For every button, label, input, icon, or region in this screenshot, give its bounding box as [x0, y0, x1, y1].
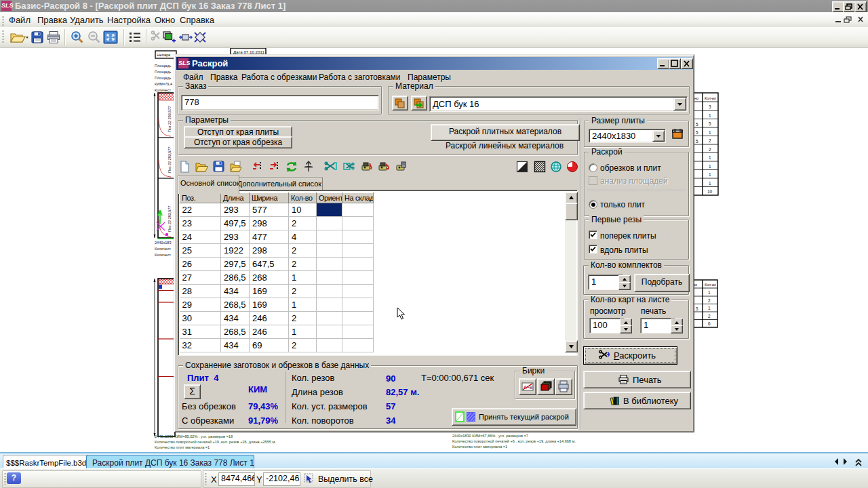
svg-text:5: 5	[696, 122, 698, 127]
svg-text:Количест: Количест	[155, 247, 171, 251]
svg-text:1: 1	[708, 290, 711, 295]
svg-text:1: 1	[709, 113, 711, 118]
svg-text:А+В: А+В	[524, 385, 533, 390]
svg-text:6: 6	[708, 321, 711, 326]
svg-text:2440x183: 2440x183	[155, 241, 172, 245]
svg-text:1: 1	[709, 172, 711, 177]
svg-text:2440х1830 КИМ=67,66% . угл.: 2440х1830 КИМ=67,66% . угл. размеров =7	[452, 434, 528, 438]
svg-text:КИМ=79,4: КИМ=79,4	[155, 82, 172, 86]
svg-text:1: 1	[708, 306, 711, 310]
svg-text:2: 2	[709, 147, 711, 152]
svg-text:но: но	[694, 96, 698, 100]
svg-text:1: 1	[709, 164, 711, 169]
svg-text:2440x1830 КИМ=85,02% . угл.: 2440x1830 КИМ=85,02% . угл. размеров =18	[155, 434, 233, 439]
svg-text:Дата 07.10.2011: Дата 07.10.2011	[233, 49, 264, 54]
svg-text:Площадь: Площадь	[155, 70, 171, 74]
svg-text:Поз 22 293,577: Поз 22 293,577	[167, 106, 172, 132]
svg-text:2: 2	[709, 138, 711, 143]
svg-text:3: 3	[709, 104, 711, 109]
svg-text:Количество поворотной печате: Количество поворотной печатей +6 , кол. …	[452, 439, 576, 443]
svg-text:Количество плит материала =: Количество плит материала =1	[452, 445, 507, 449]
svg-text:Поз 22 293,577: Поз 22 293,577	[167, 205, 172, 232]
svg-text:5: 5	[709, 121, 711, 126]
svg-text:5: 5	[696, 306, 698, 311]
svg-text:5: 5	[696, 130, 698, 135]
svg-text:Площадь: Площадь	[155, 76, 171, 80]
svg-text:Количество поворотной печате: Количество поворотной печатей +19 ,кол. …	[155, 440, 276, 444]
svg-text:Поз 22 293,577: Поз 22 293,577	[167, 146, 172, 173]
svg-text:1: 1	[709, 155, 711, 160]
svg-text:Кол-во: Кол-во	[705, 283, 716, 287]
svg-text:2: 2	[708, 298, 711, 303]
svg-text:1: 1	[709, 181, 711, 186]
svg-text:10: 10	[707, 189, 713, 194]
svg-text:1: 1	[709, 130, 711, 135]
svg-text:2: 2	[708, 314, 711, 319]
svg-text:Количест: Количест	[155, 253, 171, 257]
svg-text:Количество плит материала =: Количество плит материала =1	[155, 445, 210, 449]
svg-text:Непарк: Непарк	[157, 53, 171, 57]
svg-text:Площадь: Площадь	[155, 64, 171, 68]
svg-text:Кол-во: Кол-во	[705, 96, 716, 100]
svg-text:Количест: Количест	[155, 88, 171, 92]
svg-text:5: 5	[696, 139, 698, 144]
